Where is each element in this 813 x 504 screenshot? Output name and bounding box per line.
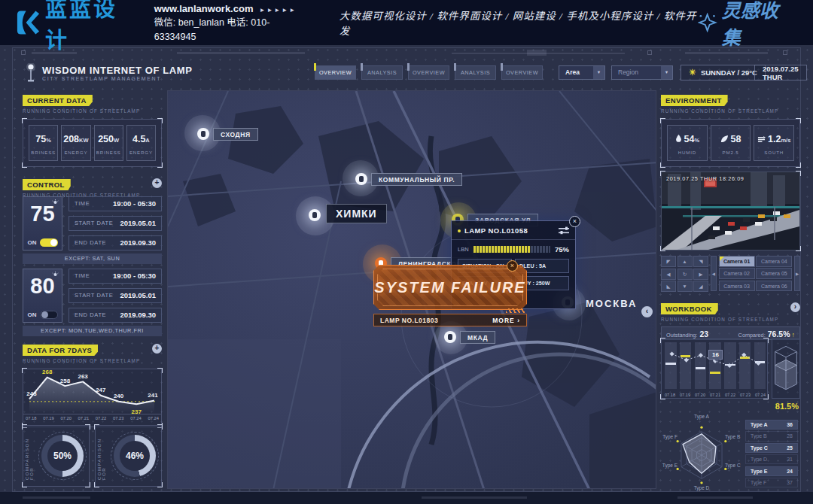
map-pin-kommunalny[interactable] <box>353 171 370 187</box>
end-date-row[interactable]: END DATE2019.09.30 <box>69 308 162 323</box>
week-line-chart: 243 268 258 263 247 240 237 241 07.1807.… <box>23 369 162 427</box>
date-box: 2019.07.25 THUR <box>754 65 807 80</box>
map-pin-mkad[interactable] <box>442 329 458 345</box>
schedule-2-toggle[interactable] <box>40 311 58 319</box>
camera-01-button[interactable]: Camera 01 <box>719 256 755 267</box>
schedule-1-except: EXCEPT: SAT, SUN <box>23 254 162 264</box>
map-pin-khimki[interactable] <box>306 207 323 223</box>
area-select[interactable]: Area▼ <box>559 65 605 80</box>
tab-analysis-1[interactable]: ANALYSIS <box>361 65 403 80</box>
dpad-left-icon[interactable]: ◀ <box>661 269 676 280</box>
dpad-down-left-icon[interactable]: ◣ <box>661 281 676 292</box>
current-data-badge: CURRENT DATA <box>23 95 93 106</box>
map-label-kommunalny[interactable]: КОММУНАЛЬНЫЙ ПР. <box>371 173 462 186</box>
alert-more-button[interactable]: MORE › <box>492 317 520 324</box>
map-pin-skhodnya[interactable] <box>195 126 212 142</box>
camera-dpad: ◤ ▲ ◥ ◀ ↻ ▶ ◣ ▼ ◢ <box>661 256 708 292</box>
stat-wind: 1.2m/s SOUTH <box>754 125 794 161</box>
leaf-icon <box>720 135 729 143</box>
week-x-axis: 07.1807.19 07.2007.21 07.2207.23 07.2407… <box>23 414 161 421</box>
legend-type-d[interactable]: Type D31 <box>745 454 798 464</box>
camera-feed[interactable]: 2019.07.25 THUR 18:26:09 <box>661 172 800 250</box>
sliders-icon[interactable] <box>559 226 569 235</box>
city-map[interactable]: СХОДНЯ КОММУНАЛЬНЫЙ ПР. ХИМКИ ЗАВОДСКАЯ … <box>167 90 656 489</box>
panel-workbook: WORKBOOK RUNNING CONDITION OF STREETLAMP… <box>661 301 800 412</box>
donut-gauge: 50% <box>41 435 84 477</box>
dpad-up-right-icon[interactable]: ◥ <box>693 256 708 267</box>
lbn-progress-bar[interactable] <box>473 246 550 253</box>
panel-control: CONTROL RUNNING CONDITION OF STREETLAMP … <box>23 177 162 336</box>
current-data-stats: 75%BRINESS 208KWENERGY 250WBRINESS 4.5AE… <box>23 119 162 167</box>
camera-02-button[interactable]: Camera 02 <box>719 268 755 279</box>
lbn-value: 75% <box>555 245 569 254</box>
tab-overview-1[interactable]: OVERVIEW <box>315 65 356 80</box>
control-add-button[interactable]: + <box>152 178 162 188</box>
map-label-moskva[interactable]: МОСКВА <box>579 296 644 311</box>
dpad-reset-icon[interactable]: ↻ <box>678 269 693 280</box>
camera-04-button[interactable]: Camera 04 <box>756 256 792 267</box>
alert-frame: SYSTEM FAILURE <box>373 265 527 310</box>
legend-type-c[interactable]: Type C25 <box>745 443 798 453</box>
weather-box: ☀ SUNNDAY / 29°C <box>681 65 766 80</box>
start-date-row[interactable]: START DATE2019.05.01 <box>69 288 162 303</box>
map-collapse-button[interactable]: ‹ <box>641 306 653 317</box>
schedule-1-toggle[interactable] <box>40 238 58 247</box>
alert-hatch-decor <box>506 308 525 313</box>
workbook-bar-chart: 16 07.1807.19 07.2007.21 07.2207.23 07.2… <box>661 339 768 399</box>
start-date-row[interactable]: START DATE2019.05.01 <box>69 216 162 231</box>
svg-text:237: 237 <box>132 408 142 414</box>
tab-overview-3[interactable]: OVERVIEW <box>501 65 543 80</box>
camera-05-button[interactable]: Camera 05 <box>756 268 792 279</box>
dpad-down-right-icon[interactable]: ◢ <box>693 281 708 292</box>
end-date-row[interactable]: END DATE2019.09.30 <box>69 235 162 250</box>
dimmer-level-box: 80 ON <box>23 269 62 323</box>
legend-type-a[interactable]: Type A36 <box>745 420 798 430</box>
alert-title: SYSTEM FAILURE <box>374 279 525 296</box>
environment-stats: 54% HUMID 58 PM2.5 1.2m/s SOUTH <box>661 119 800 167</box>
logo[interactable]: 蓝蓝设计 <box>15 0 139 54</box>
legend-type-f[interactable]: Type F37 <box>745 478 798 487</box>
camera-controls: ◤ ▲ ◥ ◀ ↻ ▶ ◣ ▼ ◢ ◀ Camera 01 Camera 04 … <box>661 256 800 292</box>
stat-briness: 75%BRINESS <box>29 125 58 161</box>
system-failure-alert: SYSTEM FAILURE × LAMP NO.L01803 MORE › <box>373 265 527 329</box>
lbn-bar-fill <box>473 246 531 253</box>
week-chart-add-button[interactable]: + <box>152 344 162 354</box>
radar-legend: Type A36 Type B28 Type C25 Type D31 Type… <box>745 420 798 487</box>
outstanding-value: 23 <box>699 329 708 339</box>
region-select[interactable]: Region▼ <box>611 65 673 80</box>
time-row[interactable]: TIME19:00 - 05:30 <box>69 269 162 284</box>
tab-analysis-2[interactable]: ANALYSIS <box>455 65 496 80</box>
svg-text:241: 241 <box>148 392 158 399</box>
dpad-down-icon[interactable]: ▼ <box>678 281 693 292</box>
stat-energy-kw: 208KWENERGY <box>61 125 90 161</box>
tab-overview-2[interactable]: OVERVIEW <box>408 65 449 80</box>
legend-type-b[interactable]: Type B28 <box>745 431 798 441</box>
map-label-skhodnya[interactable]: СХОДНЯ <box>213 128 258 141</box>
nav-tabs: OVERVIEW ANALYSIS OVERVIEW ANALYSIS OVER… <box>315 65 543 80</box>
workbook-expand-button[interactable]: › <box>790 302 800 312</box>
camera-06-button[interactable]: Camera 06 <box>756 281 792 292</box>
legend-type-e[interactable]: Type E24 <box>745 466 798 476</box>
website-url[interactable]: www.lanlanwork.com <box>154 3 254 14</box>
camera-next-button[interactable]: ▶ <box>794 256 800 291</box>
alert-lamp-id: LAMP NO.L01803 <box>380 317 438 324</box>
popup-close-icon[interactable]: × <box>569 216 580 227</box>
map-label-mkad[interactable]: МКАД <box>460 331 495 344</box>
dpad-up-icon[interactable]: ▲ <box>678 256 693 267</box>
camera-prev-button[interactable]: ◀ <box>711 256 717 291</box>
week-chart-badge: DATA FOR 7DAYS <box>23 345 98 356</box>
chevron-down-icon: ▼ <box>593 66 604 79</box>
dpad-right-icon[interactable]: ▶ <box>693 269 708 280</box>
camera-03-button[interactable]: Camera 03 <box>719 281 755 292</box>
svg-text:240: 240 <box>114 393 124 399</box>
time-row[interactable]: TIME19:00 - 05:30 <box>69 196 162 211</box>
chevron-down-icon: ▼ <box>661 66 672 79</box>
map-label-khimki[interactable]: ХИМКИ <box>326 204 387 223</box>
alert-close-icon[interactable]: × <box>507 260 518 272</box>
dpad-up-left-icon[interactable]: ◤ <box>661 256 676 267</box>
brand-mark: 灵感收集 <box>698 0 795 50</box>
arrows-icon: ►►►►► <box>259 7 297 14</box>
wind-icon <box>757 135 766 143</box>
schedule-2: 80 ON TIME19:00 - 05:30 START DATE2019.0… <box>23 269 162 323</box>
radar-axis-e: Type E <box>656 463 678 468</box>
